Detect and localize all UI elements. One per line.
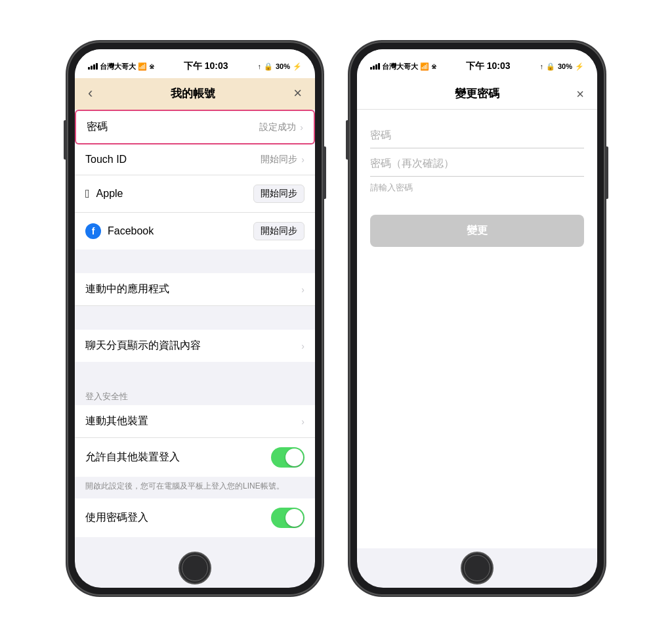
apple-row[interactable]:  Apple 開始同步 [75,175,315,213]
home-button-1[interactable] [178,552,211,584]
password-row[interactable]: 密碼 設定成功 › [75,110,315,144]
status-left-2: 台灣大哥大 📶 ※ [370,62,436,72]
use-password-row[interactable]: 使用密碼登入 [75,498,315,537]
status-right-2: ↑ 🔒 30% ⚡ [539,62,584,71]
divider-3 [75,362,315,385]
battery-icon-1: ⚡ [293,62,302,71]
signal-dots: ※ [149,63,154,70]
allow-login-row[interactable]: 允許自其他裝置登入 [75,438,315,477]
lock-icon: 🔒 [264,62,273,71]
close-button-1[interactable]: × [293,85,302,102]
home-button-2[interactable] [461,552,494,584]
divider-1 [75,250,315,273]
lock-icon-2: 🔒 [546,62,555,71]
phone-1: 台灣大哥大 📶 ※ 下午 10:03 ↑ 🔒 30% ⚡ ‹ 我的帳號 × [67,41,323,596]
other-devices-chevron: › [301,416,304,427]
facebook-icon: f [85,223,101,239]
other-devices-row[interactable]: 連動其他裝置 › [75,405,315,438]
signal-icon [88,63,98,70]
time-2: 下午 10:03 [466,60,511,72]
password-status: 設定成功 › [259,121,303,133]
carrier-1: 台灣大哥大 [100,62,136,72]
facebook-row[interactable]: f Facebook 開始同步 [75,213,315,250]
touchid-chevron: › [301,154,304,165]
allow-login-toggle[interactable] [271,447,304,468]
apple-sync-button[interactable]: 開始同步 [253,185,304,203]
change-password-button[interactable]: 變更 [370,215,584,247]
status-left-1: 台灣大哥大 📶 ※ [88,62,154,72]
signal-icon-2 [370,63,380,70]
password-hint: 請輸入密碼 [370,182,584,194]
phone-2: 台灣大哥大 📶 ※ 下午 10:03 ↑ 🔒 30% ⚡ 變更密碼 × [349,41,605,596]
back-button-1[interactable]: ‹ [88,85,93,102]
chat-tab-row[interactable]: 聊天分頁顯示的資訊內容 › [75,330,315,362]
time-1: 下午 10:03 [184,60,228,72]
location-icon-2: ↑ [539,62,543,70]
divider-2 [75,306,315,330]
battery-icon-2: ⚡ [575,62,584,71]
signal-dots-2: ※ [431,63,436,70]
page-title-1: 我的帳號 [171,86,215,101]
password-field-1[interactable] [370,123,584,148]
battery-pct-1: 30% [276,62,290,70]
facebook-sync-button[interactable]: 開始同步 [253,222,304,240]
wifi-icon-2: 📶 [420,62,429,71]
toggle-knob [285,449,303,466]
security-section-label: 登入安全性 [75,385,315,405]
password-label: 密碼 [87,120,108,134]
carrier-2: 台灣大哥大 [382,62,418,72]
change-password-screen: 變更密碼 × 請輸入密碼 變更 [357,78,597,548]
allow-login-helper: 開啟此設定後，您可在電腦及平板上登入您的LINE帳號。 [75,477,315,498]
battery-pct-2: 30% [558,62,572,70]
status-right-1: ↑ 🔒 30% ⚡ [257,62,302,71]
apple-icon:  [85,187,90,201]
chevron-icon: › [300,122,303,133]
location-icon: ↑ [257,62,261,70]
screen-content-1: ‹ 我的帳號 × 密碼 設定成功 › [75,78,315,548]
change-pw-close-button[interactable]: × [576,86,584,101]
chat-tab-chevron: › [301,341,304,351]
home-area-2 [357,548,597,588]
nav-header-1: ‹ 我的帳號 × [75,78,315,110]
password-field-2[interactable] [370,151,584,177]
use-password-toggle[interactable] [271,508,304,528]
connected-apps-row[interactable]: 連動中的應用程式 › [75,273,315,306]
home-area-1 [75,548,315,588]
change-pw-title: 變更密碼 [455,86,499,101]
status-bar-1: 台灣大哥大 📶 ※ 下午 10:03 ↑ 🔒 30% ⚡ [75,49,315,78]
settings-list: 密碼 設定成功 › Touch ID 開始同步 › [75,110,315,548]
change-pw-body: 請輸入密碼 變更 [357,110,597,548]
status-bar-2: 台灣大哥大 📶 ※ 下午 10:03 ↑ 🔒 30% ⚡ [357,49,597,78]
touchid-row[interactable]: Touch ID 開始同步 › [75,144,315,175]
wifi-icon: 📶 [138,62,147,71]
change-pw-header: 變更密碼 × [357,78,597,110]
toggle-knob-2 [285,509,303,527]
connected-apps-chevron: › [301,284,304,295]
